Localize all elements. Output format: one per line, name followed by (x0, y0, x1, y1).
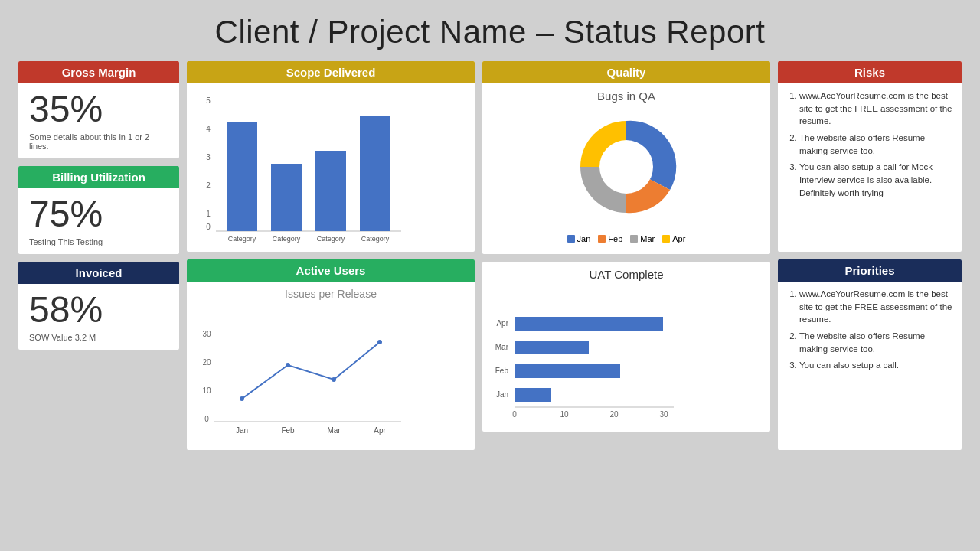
quality-header: Quality (482, 61, 770, 83)
issues-chart: 0 10 20 30 Jan Feb (194, 303, 409, 441)
scope-header: Scope Delivered (187, 61, 475, 83)
svg-point-27 (377, 340, 382, 344)
active-users-chart-body: Issues per Release 0 10 20 30 (187, 282, 475, 450)
scope-chart-body: 5 4 3 2 1 0 Category 1 Category 2 (187, 83, 475, 252)
right-column: Risks www.AceYourResume.com is the best … (778, 61, 962, 450)
risks-body: www.AceYourResume.com is the best site t… (778, 83, 962, 209)
svg-text:20: 20 (609, 410, 619, 419)
svg-rect-44 (514, 341, 589, 354)
billing-card: Billing Utilization 75% Testing This Tes… (18, 166, 179, 254)
svg-text:30: 30 (202, 330, 211, 338)
middle-left-col: Scope Delivered 5 4 3 2 1 0 Category 1 (187, 61, 475, 450)
svg-rect-13 (315, 151, 346, 231)
svg-point-32 (599, 140, 653, 194)
quality-chart-body: Bugs in QA (482, 83, 770, 254)
svg-text:Feb: Feb (495, 367, 509, 375)
middle-right-col: Quality Bugs in QA (482, 61, 770, 450)
svg-text:0: 0 (512, 410, 517, 419)
svg-point-26 (332, 377, 336, 382)
svg-text:Feb: Feb (281, 426, 295, 435)
issues-chart-title: Issues per Release (194, 288, 467, 300)
svg-text:Category: Category (317, 235, 345, 243)
svg-text:30: 30 (659, 410, 668, 419)
risks-header: Risks (778, 61, 962, 83)
priorities-body: www.AceYourResume.com is the best site t… (778, 282, 962, 382)
svg-text:4: 4 (206, 125, 211, 133)
svg-text:Apr: Apr (374, 426, 386, 435)
svg-text:0: 0 (204, 415, 209, 423)
risk-item-2: The website also offers Resume making se… (799, 132, 952, 157)
quality-card: Quality Bugs in QA (482, 61, 770, 254)
svg-text:2: 2 (206, 181, 211, 190)
donut-chart (527, 106, 726, 228)
svg-text:0: 0 (206, 223, 211, 231)
svg-rect-10 (271, 164, 302, 231)
gross-margin-header: Gross Margin (18, 61, 179, 83)
uat-header: UAT Complete (482, 262, 770, 282)
svg-text:10: 10 (202, 386, 211, 395)
invoiced-desc: SOW Value 3.2 M (29, 333, 168, 342)
active-users-header: Active Users (187, 259, 475, 282)
svg-text:Category: Category (273, 235, 301, 243)
gross-margin-value: 35% (29, 91, 168, 128)
svg-text:Apr: Apr (496, 319, 508, 328)
svg-text:Mar: Mar (495, 343, 509, 351)
svg-point-25 (286, 363, 290, 367)
svg-text:Mar: Mar (327, 426, 341, 435)
svg-text:5: 5 (206, 96, 211, 105)
svg-rect-16 (360, 116, 390, 231)
metrics-column: Gross Margin 35% Some details about this… (18, 61, 179, 450)
page-title: Client / Project Name – Status Report (18, 14, 962, 51)
risks-card: Risks www.AceYourResume.com is the best … (778, 61, 962, 252)
scope-chart: 5 4 3 2 1 0 Category 1 Category 2 (194, 90, 409, 243)
svg-text:Category: Category (228, 235, 256, 243)
invoiced-card: Invoiced 58% SOW Value 3.2 M (18, 262, 179, 350)
svg-text:3: 3 (206, 153, 211, 161)
uat-chart: 0 10 20 30 Jan Feb Mar Apr (490, 289, 697, 422)
svg-text:1: 1 (206, 210, 211, 218)
invoiced-value: 58% (29, 292, 168, 328)
donut-legend: Jan Feb Mar Apr (490, 231, 763, 248)
priorities-header: Priorities (778, 259, 962, 282)
svg-point-24 (240, 396, 244, 401)
billing-desc: Testing This Testing (29, 237, 168, 246)
svg-text:Jan: Jan (236, 426, 248, 435)
risk-item-1: www.AceYourResume.com is the best site t… (799, 90, 952, 128)
priority-item-2: The website also offers Resume making se… (799, 330, 952, 355)
svg-text:20: 20 (202, 358, 211, 367)
svg-text:10: 10 (560, 410, 569, 419)
svg-rect-7 (227, 122, 257, 231)
svg-text:Jan: Jan (496, 390, 508, 399)
priority-item-3: You can also setup a call. (799, 359, 952, 372)
gross-margin-desc: Some details about this in 1 or 2 lines. (29, 132, 168, 151)
invoiced-header: Invoiced (18, 262, 179, 284)
bugs-qa-title: Bugs in QA (490, 90, 763, 103)
active-users-card: Active Users Issues per Release 0 10 20 … (187, 259, 475, 450)
svg-rect-43 (514, 364, 620, 378)
svg-rect-45 (514, 317, 663, 331)
billing-header: Billing Utilization (18, 166, 179, 188)
uat-card: UAT Complete 0 10 20 30 Jan Feb Mar Apr (482, 262, 770, 432)
billing-value: 75% (29, 196, 168, 233)
svg-rect-42 (514, 388, 551, 402)
scope-delivered-card: Scope Delivered 5 4 3 2 1 0 Category 1 (187, 61, 475, 252)
risk-item-3: You can also setup a call for Mock Inter… (799, 161, 952, 199)
svg-text:Category: Category (361, 235, 390, 243)
uat-chart-body: 0 10 20 30 Jan Feb Mar Apr (482, 282, 770, 432)
gross-margin-card: Gross Margin 35% Some details about this… (18, 61, 179, 158)
priorities-card: Priorities www.AceYourResume.com is the … (778, 259, 962, 450)
priority-item-1: www.AceYourResume.com is the best site t… (799, 288, 952, 326)
